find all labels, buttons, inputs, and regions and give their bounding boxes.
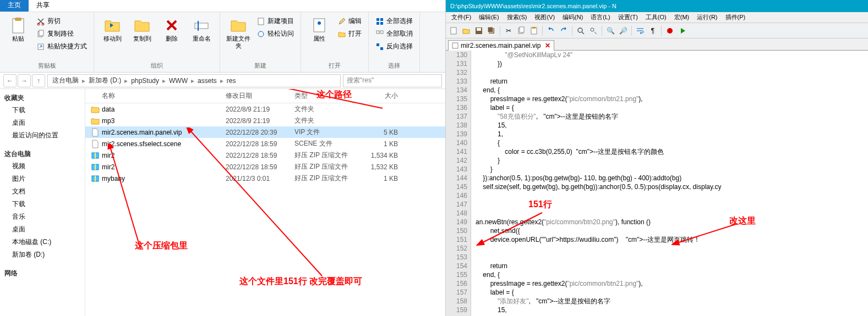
svg-rect-14 <box>380 18 383 21</box>
file-row[interactable]: mybaby2021/12/3 0:01好压 ZIP 压缩文件1 KB <box>85 173 445 184</box>
menu-search[interactable]: 搜索(S) <box>504 13 531 22</box>
svg-rect-15 <box>376 22 379 25</box>
svg-rect-18 <box>380 31 383 34</box>
easy-access-button[interactable]: 轻松访问 <box>254 28 296 40</box>
menu-view[interactable]: 视图(V) <box>531 13 558 22</box>
copy-icon[interactable] <box>516 25 527 36</box>
open-file-icon[interactable] <box>461 25 472 36</box>
file-row[interactable]: mir22022/12/28 18:59好压 ZIP 压缩文件1,534 KB <box>85 149 445 161</box>
zoom-out-icon[interactable]: 🔎 <box>618 25 629 36</box>
cut-button[interactable]: 剪切 <box>34 15 89 27</box>
organize-group-label: 组织 <box>99 60 215 71</box>
menu-encoding[interactable]: 编码(N) <box>559 13 586 22</box>
column-type[interactable]: 类型 <box>294 91 361 101</box>
column-date[interactable]: 修改日期 <box>226 91 294 101</box>
sidebar-favorites-header[interactable]: 收藏夹 <box>2 92 83 104</box>
paste-shortcut-button[interactable]: 粘贴快捷方式 <box>34 41 89 52</box>
replace-icon[interactable] <box>588 25 599 36</box>
file-row[interactable]: mp32022/8/9 21:19文件夹 <box>85 115 445 126</box>
new-item-button[interactable]: 新建项目 <box>254 15 296 27</box>
new-folder-button[interactable]: 新建文件夹 <box>225 15 252 51</box>
file-row[interactable]: mir2.scenes.main.panel.vip2022/12/28 20:… <box>85 126 445 138</box>
search-input[interactable]: 搜索"res" <box>343 74 442 87</box>
select-group-label: 选择 <box>373 60 415 71</box>
close-tab-icon[interactable]: ✕ <box>545 42 550 49</box>
column-name[interactable]: 名称 <box>85 91 226 101</box>
sidebar-this-pc-header[interactable]: 这台电脑 <box>2 148 83 160</box>
tab-home[interactable]: 主页 <box>0 0 29 12</box>
menu-file[interactable]: 文件(F) <box>448 13 474 22</box>
copy-path-button[interactable]: 复制路径 <box>34 28 89 40</box>
record-macro-icon[interactable] <box>664 25 675 36</box>
menu-settings[interactable]: 设置(T) <box>615 13 641 22</box>
sidebar-item-pictures[interactable]: 图片 <box>2 173 83 185</box>
file-row[interactable]: mir2.scenes.sfselect.scene2022/12/28 18:… <box>85 138 445 149</box>
svg-rect-43 <box>452 43 458 48</box>
sidebar-item-documents[interactable]: 文档 <box>2 185 83 198</box>
svg-rect-24 <box>95 164 96 170</box>
save-all-icon[interactable] <box>486 25 497 36</box>
code-editor[interactable]: 1301311321331341351361371381391401411421… <box>446 51 868 316</box>
paste-icon[interactable] <box>528 25 539 36</box>
zoom-in-icon[interactable]: 🔍 <box>605 25 616 36</box>
forward-button[interactable]: → <box>18 74 31 87</box>
sidebar-item-desktop[interactable]: 桌面 <box>2 117 83 129</box>
copy-to-button[interactable]: 复制到 <box>128 15 156 43</box>
menu-plugins[interactable]: 插件(P) <box>722 13 749 22</box>
sidebar-item-recent[interactable]: 最近访问的位置 <box>2 129 83 142</box>
cut-icon[interactable]: ✂ <box>503 25 514 36</box>
svg-point-12 <box>318 21 321 25</box>
svg-rect-34 <box>488 27 493 32</box>
select-all-button[interactable]: 全部选择 <box>373 15 415 27</box>
menu-tools[interactable]: 工具(O) <box>642 13 670 22</box>
svg-rect-20 <box>380 47 383 50</box>
open-button[interactable]: 打开 <box>335 28 364 40</box>
menu-edit[interactable]: 编辑(E) <box>476 13 503 22</box>
svg-rect-22 <box>95 153 96 158</box>
word-wrap-icon[interactable] <box>635 25 646 36</box>
editor-tabs: mir2.scenes.main.panel.vip ✕ <box>446 38 868 51</box>
editor-tab[interactable]: mir2.scenes.main.panel.vip ✕ <box>448 40 554 51</box>
file-row[interactable]: data2022/8/9 21:19文件夹 <box>85 103 445 115</box>
sidebar-item-drive-d[interactable]: 新加卷 (D:) <box>2 248 83 261</box>
menu-language[interactable]: 语言(L) <box>587 13 613 22</box>
invert-selection-button[interactable]: 反向选择 <box>373 41 415 52</box>
up-button[interactable]: ↑ <box>32 74 45 87</box>
paste-button[interactable]: 粘贴 <box>4 15 32 43</box>
breadcrumb[interactable]: 这台电脑▸ 新加卷 (D:)▸ phpStudy▸ WWW▸ assets▸ r… <box>47 74 341 87</box>
sidebar-item-videos[interactable]: 视频 <box>2 160 83 173</box>
svg-point-42 <box>667 28 673 34</box>
sidebar-item-downloads2[interactable]: 下载 <box>2 198 83 210</box>
window-title: D:\phpStudy\WWW\assets\res\mir2.scenes.m… <box>446 0 868 12</box>
svg-rect-36 <box>520 27 524 32</box>
redo-icon[interactable] <box>558 25 569 36</box>
code-area[interactable]: "@SetNoKillMapLv 24" }) return end, { pr… <box>471 51 868 316</box>
file-list-pane: 名称 修改日期 类型 大小 data2022/8/9 21:19文件夹mp320… <box>85 89 445 316</box>
sidebar-item-music[interactable]: 音乐 <box>2 210 83 223</box>
tab-share[interactable]: 共享 <box>29 0 57 12</box>
sidebar-item-desktop2[interactable]: 桌面 <box>2 223 83 236</box>
address-bar: ← → ↑ 这台电脑▸ 新加卷 (D:)▸ phpStudy▸ WWW▸ ass… <box>0 73 445 89</box>
clipboard-group-label: 剪贴板 <box>4 60 89 71</box>
rename-button[interactable]: 重命名 <box>188 15 215 43</box>
svg-rect-30 <box>451 27 456 34</box>
save-icon[interactable] <box>473 25 484 36</box>
undo-icon[interactable] <box>545 25 556 36</box>
menu-run[interactable]: 运行(R) <box>694 13 720 22</box>
menu-macro[interactable]: 宏(M) <box>671 13 693 22</box>
move-to-button[interactable]: 移动到 <box>99 15 126 43</box>
select-none-button[interactable]: 全部取消 <box>373 28 415 40</box>
back-button[interactable]: ← <box>3 74 17 87</box>
column-size[interactable]: 大小 <box>361 91 405 101</box>
sidebar-network-header[interactable]: 网络 <box>2 268 83 279</box>
edit-button[interactable]: 编辑 <box>335 15 364 27</box>
find-icon[interactable] <box>575 25 586 36</box>
show-all-chars-icon[interactable]: ¶ <box>647 25 658 36</box>
sidebar-item-drive-c[interactable]: 本地磁盘 (C:) <box>2 236 83 248</box>
file-row[interactable]: mir22022/12/28 18:59好压 ZIP 压缩文件1,532 KB <box>85 161 445 173</box>
sidebar-item-downloads[interactable]: 下载 <box>2 104 83 117</box>
new-file-icon[interactable] <box>448 25 459 36</box>
play-macro-icon[interactable] <box>677 25 688 36</box>
delete-button[interactable]: 删除 <box>158 15 185 43</box>
properties-button[interactable]: 属性 <box>305 15 333 43</box>
